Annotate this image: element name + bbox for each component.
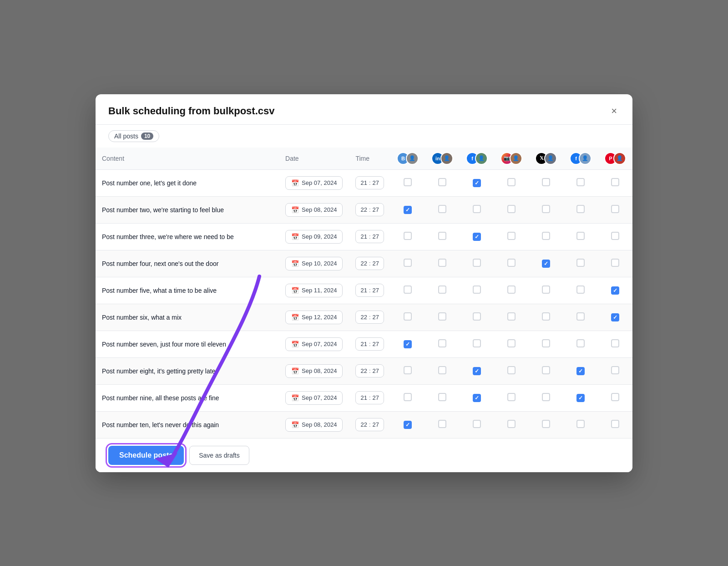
- post-6-platform-0[interactable]: [390, 304, 425, 331]
- checkbox-row-10-platform-4[interactable]: [542, 420, 550, 428]
- post-6-platform-6[interactable]: [598, 304, 632, 331]
- post-date-7[interactable]: 📅Sep 07, 2024: [279, 331, 349, 357]
- post-1-platform-1[interactable]: [425, 169, 460, 196]
- post-time-10[interactable]: 22 : 27: [349, 411, 390, 438]
- post-date-9[interactable]: 📅Sep 07, 2024: [279, 384, 349, 411]
- checkbox-row-7-platform-3[interactable]: [507, 339, 516, 347]
- post-8-platform-1[interactable]: [425, 357, 460, 384]
- post-1-platform-0[interactable]: [390, 169, 425, 196]
- post-8-platform-3[interactable]: [494, 357, 529, 384]
- checkbox-row-8-platform-1[interactable]: [438, 366, 446, 374]
- post-1-platform-3[interactable]: [494, 169, 529, 196]
- checkbox-row-9-platform-0[interactable]: [404, 393, 412, 401]
- checkbox-row-9-platform-6[interactable]: [611, 393, 619, 401]
- checkbox-row-4-platform-2[interactable]: [473, 259, 481, 267]
- post-time-7[interactable]: 21 : 27: [349, 331, 390, 357]
- post-4-platform-3[interactable]: [494, 250, 529, 277]
- post-8-platform-2[interactable]: [460, 357, 494, 384]
- checkbox-row-5-platform-6[interactable]: [611, 286, 619, 295]
- checkbox-row-3-platform-3[interactable]: [507, 232, 516, 240]
- post-1-platform-6[interactable]: [598, 169, 632, 196]
- post-2-platform-5[interactable]: [563, 196, 598, 223]
- post-2-platform-4[interactable]: [529, 196, 563, 223]
- post-8-platform-0[interactable]: [390, 357, 425, 384]
- checkbox-row-1-platform-5[interactable]: [576, 178, 585, 186]
- checkbox-row-1-platform-1[interactable]: [438, 178, 446, 186]
- close-button[interactable]: ×: [608, 105, 620, 117]
- post-9-platform-5[interactable]: [563, 384, 598, 411]
- post-10-platform-6[interactable]: [598, 411, 632, 438]
- checkbox-row-4-platform-4[interactable]: [542, 260, 550, 268]
- post-10-platform-4[interactable]: [529, 411, 563, 438]
- post-8-platform-4[interactable]: [529, 357, 563, 384]
- date-picker-7[interactable]: 📅Sep 07, 2024: [285, 337, 343, 351]
- date-picker-2[interactable]: 📅Sep 08, 2024: [285, 203, 343, 217]
- post-3-platform-2[interactable]: [460, 223, 494, 250]
- checkbox-row-3-platform-1[interactable]: [438, 232, 446, 240]
- checkbox-row-2-platform-5[interactable]: [576, 205, 585, 213]
- post-3-platform-3[interactable]: [494, 223, 529, 250]
- post-date-2[interactable]: 📅Sep 08, 2024: [279, 196, 349, 223]
- checkbox-row-8-platform-2[interactable]: [473, 367, 481, 375]
- post-5-platform-5[interactable]: [563, 277, 598, 304]
- time-picker-10[interactable]: 22 : 27: [355, 418, 384, 431]
- post-time-1[interactable]: 21 : 27: [349, 169, 390, 196]
- post-2-platform-6[interactable]: [598, 196, 632, 223]
- post-10-platform-3[interactable]: [494, 411, 529, 438]
- post-5-platform-4[interactable]: [529, 277, 563, 304]
- post-7-platform-5[interactable]: [563, 331, 598, 357]
- post-9-platform-2[interactable]: [460, 384, 494, 411]
- checkbox-row-5-platform-0[interactable]: [404, 286, 412, 294]
- post-2-platform-3[interactable]: [494, 196, 529, 223]
- post-8-platform-5[interactable]: [563, 357, 598, 384]
- checkbox-row-2-platform-2[interactable]: [473, 205, 481, 213]
- post-6-platform-5[interactable]: [563, 304, 598, 331]
- post-4-platform-5[interactable]: [563, 250, 598, 277]
- checkbox-row-6-platform-1[interactable]: [438, 312, 446, 321]
- checkbox-row-7-platform-6[interactable]: [611, 339, 619, 347]
- checkbox-row-5-platform-5[interactable]: [576, 286, 585, 294]
- checkbox-row-4-platform-5[interactable]: [576, 259, 585, 267]
- post-5-platform-2[interactable]: [460, 277, 494, 304]
- checkbox-row-8-platform-5[interactable]: [576, 367, 585, 375]
- checkbox-row-10-platform-1[interactable]: [438, 420, 446, 428]
- post-time-4[interactable]: 22 : 27: [349, 250, 390, 277]
- checkbox-row-9-platform-5[interactable]: [576, 394, 585, 402]
- checkbox-row-7-platform-1[interactable]: [438, 339, 446, 347]
- date-picker-3[interactable]: 📅Sep 09, 2024: [285, 230, 343, 244]
- date-picker-6[interactable]: 📅Sep 12, 2024: [285, 311, 343, 324]
- checkbox-row-7-platform-4[interactable]: [542, 339, 550, 347]
- post-9-platform-0[interactable]: [390, 384, 425, 411]
- checkbox-row-7-platform-2[interactable]: [473, 339, 481, 347]
- date-picker-4[interactable]: 📅Sep 10, 2024: [285, 257, 343, 270]
- checkbox-row-1-platform-2[interactable]: [473, 179, 481, 187]
- post-date-4[interactable]: 📅Sep 10, 2024: [279, 250, 349, 277]
- checkbox-row-6-platform-2[interactable]: [473, 312, 481, 321]
- checkbox-row-2-platform-4[interactable]: [542, 205, 550, 213]
- time-picker-9[interactable]: 21 : 27: [355, 391, 384, 404]
- post-date-3[interactable]: 📅Sep 09, 2024: [279, 223, 349, 250]
- checkbox-row-1-platform-4[interactable]: [542, 178, 550, 186]
- checkbox-row-9-platform-3[interactable]: [507, 393, 516, 401]
- checkbox-row-2-platform-0[interactable]: [404, 206, 412, 214]
- checkbox-row-4-platform-3[interactable]: [507, 259, 516, 267]
- checkbox-row-4-platform-1[interactable]: [438, 259, 446, 267]
- post-4-platform-0[interactable]: [390, 250, 425, 277]
- post-5-platform-1[interactable]: [425, 277, 460, 304]
- post-4-platform-4[interactable]: [529, 250, 563, 277]
- post-10-platform-0[interactable]: [390, 411, 425, 438]
- post-2-platform-2[interactable]: [460, 196, 494, 223]
- checkbox-row-9-platform-2[interactable]: [473, 394, 481, 402]
- time-picker-3[interactable]: 21 : 27: [355, 230, 384, 243]
- checkbox-row-9-platform-1[interactable]: [438, 393, 446, 401]
- checkbox-row-7-platform-0[interactable]: [404, 340, 412, 348]
- checkbox-row-9-platform-4[interactable]: [542, 393, 550, 401]
- checkbox-row-10-platform-6[interactable]: [611, 420, 619, 428]
- checkbox-row-1-platform-0[interactable]: [404, 178, 412, 186]
- post-7-platform-3[interactable]: [494, 331, 529, 357]
- post-3-platform-6[interactable]: [598, 223, 632, 250]
- time-picker-6[interactable]: 22 : 27: [355, 311, 384, 324]
- post-4-platform-2[interactable]: [460, 250, 494, 277]
- post-6-platform-3[interactable]: [494, 304, 529, 331]
- post-5-platform-3[interactable]: [494, 277, 529, 304]
